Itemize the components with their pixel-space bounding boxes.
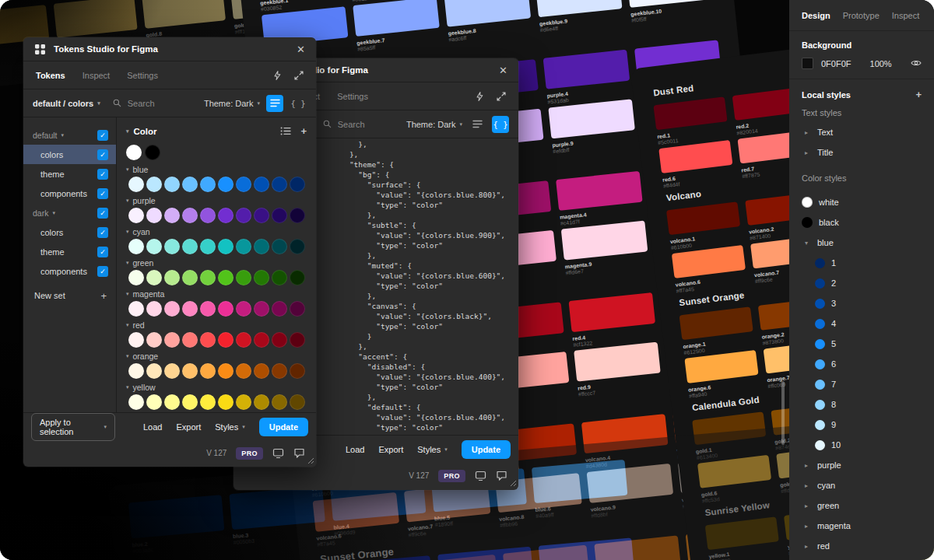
set-item-theme[interactable]: theme✓ — [23, 164, 116, 184]
token-swatch[interactable] — [290, 301, 305, 317]
token-swatch[interactable] — [200, 177, 216, 192]
theme-dropdown[interactable]: Theme: Dark ▾ — [406, 120, 462, 129]
token-swatch[interactable] — [290, 394, 305, 410]
token-swatch[interactable] — [145, 145, 160, 160]
styles-button[interactable]: Styles ▾ — [215, 422, 244, 432]
palette-swatch-cell[interactable]: orange.1#612500 — [679, 306, 756, 355]
token-swatch[interactable] — [182, 270, 198, 285]
tab-settings[interactable]: Settings — [337, 92, 368, 101]
set-item-colors[interactable]: colors✓ — [23, 145, 116, 164]
set-checkbox[interactable]: ✓ — [97, 247, 108, 257]
token-swatch[interactable] — [218, 394, 234, 410]
palette-swatch-cell[interactable]: geekblue.8#adc6ff — [444, 0, 533, 43]
pro-badge[interactable]: PRO — [236, 447, 263, 460]
token-swatch[interactable] — [254, 239, 269, 254]
pro-badge[interactable]: PRO — [438, 470, 465, 482]
palette-swatch-cell[interactable]: geekblue.5#2f54eb — [539, 537, 636, 560]
token-swatch[interactable] — [164, 239, 180, 254]
token-swatch[interactable] — [236, 239, 251, 254]
palette-swatch-cell[interactable]: geekblue.10#f0f5ff — [627, 0, 715, 23]
color-style-blue-5[interactable]: 5 — [802, 334, 922, 354]
token-swatch[interactable] — [200, 332, 216, 348]
token-swatch[interactable] — [128, 363, 144, 379]
token-swatch[interactable] — [254, 394, 269, 410]
token-group-header[interactable]: ▾orange — [126, 352, 307, 361]
token-swatch[interactable] — [182, 301, 198, 317]
token-swatch[interactable] — [146, 301, 162, 317]
token-swatch[interactable] — [236, 394, 251, 410]
color-style-blue-6[interactable]: 6 — [802, 354, 922, 374]
token-swatch[interactable] — [182, 363, 198, 379]
token-swatch[interactable] — [290, 177, 305, 192]
color-style-blue-8[interactable]: 8 — [802, 394, 922, 415]
chevron-down-icon[interactable]: ▾ — [126, 128, 129, 135]
token-swatch[interactable] — [182, 332, 198, 348]
background-color-swatch[interactable] — [802, 58, 813, 69]
chevron-right-icon[interactable]: ▸ — [802, 462, 811, 469]
token-swatch[interactable] — [218, 332, 234, 348]
token-swatch[interactable] — [128, 208, 144, 223]
json-view-button[interactable]: { } — [492, 116, 509, 133]
color-style-black[interactable]: black — [802, 212, 922, 233]
feedback-icon[interactable] — [496, 471, 507, 481]
token-swatch[interactable] — [272, 363, 287, 379]
update-button[interactable]: Update — [462, 440, 511, 459]
color-style-green[interactable]: ▸green — [802, 495, 922, 516]
set-checkbox[interactable]: ✓ — [97, 208, 108, 219]
docs-icon[interactable] — [272, 448, 284, 459]
token-swatch[interactable] — [128, 177, 144, 192]
token-swatch[interactable] — [254, 177, 269, 192]
color-style-blue-1[interactable]: 1 — [802, 253, 922, 273]
token-swatch[interactable] — [200, 270, 216, 285]
palette-swatch-cell[interactable]: volcano.6#ff7a45 — [672, 245, 748, 294]
token-list-icon[interactable] — [280, 127, 291, 135]
token-swatch[interactable] — [128, 332, 144, 348]
token-group-header[interactable]: ▾blue — [126, 165, 307, 174]
token-swatch[interactable] — [218, 208, 234, 223]
list-view-button[interactable] — [266, 95, 283, 112]
color-style-magenta[interactable]: ▸magenta — [802, 516, 922, 536]
close-icon[interactable]: ✕ — [499, 65, 507, 76]
collapse-icon[interactable] — [294, 71, 304, 80]
color-style-blue-9[interactable]: 9 — [802, 415, 922, 435]
plugin-window-header[interactable]: Tokens Studio for Figma ✕ — [23, 37, 316, 61]
palette-swatch-cell[interactable]: orange.6#ffa940 — [684, 350, 760, 399]
token-swatch[interactable] — [200, 301, 216, 317]
token-swatch[interactable] — [236, 177, 251, 192]
token-swatch[interactable] — [290, 239, 305, 254]
token-swatch[interactable] — [218, 301, 234, 317]
background-opacity-value[interactable]: 100% — [870, 59, 892, 68]
token-swatch[interactable] — [128, 394, 144, 410]
token-group-header[interactable]: ▾purple — [126, 196, 307, 205]
token-group-header[interactable]: ▾magenta — [126, 289, 307, 299]
color-style-white[interactable]: white — [802, 192, 922, 212]
chevron-right-icon[interactable]: ▸ — [802, 543, 811, 550]
token-swatch[interactable] — [128, 239, 144, 254]
token-swatch[interactable] — [182, 177, 198, 192]
palette-swatch-cell[interactable]: volcano.1#610b00 — [666, 201, 743, 250]
token-swatch[interactable] — [200, 394, 216, 410]
styles-button[interactable]: Styles ▾ — [417, 445, 447, 454]
load-button[interactable]: Load — [346, 445, 364, 454]
token-swatch[interactable] — [182, 239, 198, 254]
token-group-header[interactable]: ▾cyan — [126, 227, 307, 236]
set-checkbox[interactable]: ✓ — [97, 227, 108, 238]
token-group-header[interactable]: ▾red — [126, 320, 307, 330]
tab-tokens[interactable]: Tokens — [36, 71, 65, 80]
search-box[interactable] — [107, 98, 198, 109]
palette-swatch-cell[interactable]: red.9#ffccc7 — [574, 342, 662, 397]
token-swatch[interactable] — [218, 239, 234, 254]
token-group-header[interactable]: ▾yellow — [126, 383, 307, 392]
set-path-dropdown[interactable]: default / colors ▾ — [33, 99, 100, 108]
set-checkbox[interactable]: ✓ — [97, 149, 108, 160]
palette-swatch-cell[interactable]: geekblue.7#85a5ff — [353, 0, 441, 52]
token-swatch[interactable] — [272, 239, 287, 254]
token-swatch[interactable] — [290, 208, 305, 223]
token-group-header[interactable]: ▾green — [126, 258, 307, 268]
apply-to-selection-button[interactable]: Apply to selection ▾ — [31, 413, 115, 441]
palette-swatch-cell[interactable]: red.6#ff4d4f — [658, 140, 735, 189]
token-swatch[interactable] — [126, 145, 142, 160]
token-swatch[interactable] — [254, 301, 269, 317]
token-swatch[interactable] — [290, 363, 305, 379]
token-swatch[interactable] — [200, 239, 216, 254]
